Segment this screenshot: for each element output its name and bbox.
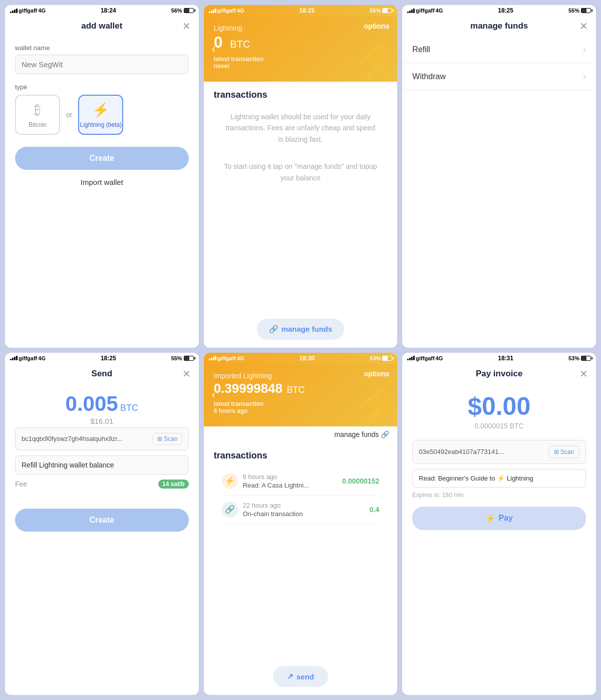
manage-funds-label-5: manage funds	[335, 430, 379, 438]
tx-amount-0: 0.00000152	[342, 477, 379, 485]
wallet-name-label: wallet name	[15, 44, 189, 52]
tx-time-1: 22 hours ago	[243, 502, 365, 509]
type-label: type	[15, 83, 189, 91]
carrier-4: giffgaff	[19, 355, 37, 361]
manage-funds-screen: giffgaff 4G 18:25 55% manage funds ✕ Ref…	[402, 5, 596, 348]
tx-chain-icon-1: 🔗	[222, 502, 238, 518]
refill-menu-item[interactable]: Refill ›	[402, 36, 596, 63]
send-amount-fiat: $16.01	[15, 417, 189, 425]
manage-funds-content: Refill › Withdraw ›	[402, 36, 596, 348]
wallet-type-2: Lightning	[214, 24, 388, 32]
battery-icon-1	[184, 8, 194, 13]
options-button-5[interactable]: options	[364, 370, 390, 378]
back-button-2[interactable]: ‹	[212, 43, 215, 56]
status-bar-2: giffgaff 4G 18:25 55%	[204, 5, 398, 16]
carrier-5: giffgaff	[217, 355, 236, 361]
wallet-header-5: ‹ options Imported Lightning 0.39999848 …	[204, 364, 398, 426]
tx-time-0: 6 hours ago	[243, 473, 338, 481]
status-left-2: giffgaff 4G	[209, 8, 244, 14]
manage-funds-link-5[interactable]: manage funds 🔗	[335, 430, 390, 438]
tx-item-1[interactable]: 🔗 22 hours ago On-chain transaction 0.4	[222, 496, 380, 524]
manage-funds-close-button[interactable]: ✕	[579, 20, 588, 32]
empty-text-1: Lightning wallet should be used for your…	[214, 106, 388, 150]
tx-info-0: 6 hours ago Read: A Casa Lightni...	[243, 473, 338, 489]
lightning-funded-screen: giffgaff 4G 18:30 53% ‹ options Imported…	[204, 353, 398, 695]
type-options: ₿ Bitcoin or ⚡ Lightning (beta)	[15, 95, 189, 135]
network-3: 4G	[436, 8, 443, 14]
network-5: 4G	[237, 355, 244, 361]
pay-invoice-content: $0.00 0.0000015 BTC 03e50492eab4107a7731…	[402, 384, 596, 695]
bitcoin-icon: ₿	[34, 102, 41, 118]
lightning-label: Lightning (beta)	[80, 121, 122, 128]
manage-funds-title: manage funds	[470, 21, 528, 31]
bitcoin-type-card[interactable]: ₿ Bitcoin	[15, 95, 60, 135]
battery-pct-4: 55%	[171, 355, 182, 361]
withdraw-label: Withdraw	[412, 72, 446, 81]
battery-icon-3	[581, 8, 591, 13]
scan-button[interactable]: ⊞ Scan	[153, 433, 182, 445]
invoice-scan-button[interactable]: ⊞ Scan	[548, 445, 579, 458]
manage-funds-row-5: manage funds 🔗	[204, 426, 398, 442]
carrier-6: giffgaff	[416, 355, 434, 361]
status-left-5: giffgaff 4G	[209, 355, 244, 361]
battery-pct-1: 56%	[171, 8, 182, 14]
add-wallet-header: add wallet ✕	[5, 16, 199, 36]
add-wallet-title: add wallet	[81, 21, 122, 31]
pay-invoice-close-button[interactable]: ✕	[579, 368, 588, 380]
send-button-5[interactable]: ↗ send	[273, 666, 328, 687]
send-create-button[interactable]: Create	[15, 509, 189, 532]
battery-pct-5: 53%	[370, 355, 381, 361]
create-wallet-button[interactable]: Create	[15, 147, 189, 170]
network-1: 4G	[38, 8, 46, 14]
balance-unit-5: BTC	[286, 385, 305, 395]
status-bar-1: giffgaff 4G 18:24 56%	[5, 5, 199, 16]
tx-name-1: On-chain transaction	[243, 510, 365, 518]
manage-funds-label-2: manage funds	[281, 325, 333, 333]
network-6: 4G	[436, 355, 443, 361]
carrier-1: giffgaff	[19, 8, 37, 14]
pay-amount-btc: 0.0000015 BTC	[412, 422, 586, 430]
lightning-empty-screen: giffgaff 4G 18:25 55% ‹ options Lightnin…	[204, 5, 398, 348]
status-bar-6: giffgaff 4G 18:31 53%	[402, 353, 596, 364]
invoice-address-text: 03e50492eab4107a773141...	[419, 448, 545, 455]
watermark-5: ⚡	[345, 381, 397, 426]
withdraw-menu-item[interactable]: Withdraw ›	[402, 63, 596, 90]
status-left-6: giffgaff 4G	[407, 355, 443, 361]
status-right-6: 53%	[568, 355, 591, 361]
manage-funds-header: manage funds ✕	[402, 16, 596, 36]
send-title: Send	[92, 369, 113, 379]
add-wallet-content: wallet name type ₿ Bitcoin or ⚡ Lightnin…	[5, 36, 199, 348]
tx-info-1: 22 hours ago On-chain transaction	[243, 502, 365, 518]
back-button-5[interactable]: ‹	[212, 388, 215, 401]
send-close-button[interactable]: ✕	[182, 368, 191, 380]
tx-item-0[interactable]: ⚡ 6 hours ago Read: A Casa Lightni... 0.…	[222, 467, 380, 496]
import-wallet-link[interactable]: Import wallet	[15, 178, 189, 186]
time-6: 18:31	[498, 355, 513, 362]
carrier-2: giffgaff	[217, 8, 236, 14]
memo-input[interactable]	[15, 455, 189, 475]
wallet-content-5: transactions ⚡ 6 hours ago Read: A Casa …	[204, 442, 398, 658]
status-left-3: giffgaff 4G	[407, 8, 443, 14]
time-5: 18:30	[299, 355, 315, 362]
time-4: 18:25	[101, 355, 116, 362]
wallet-name-input[interactable]	[15, 55, 189, 74]
bitcoin-label: Bitcoin	[29, 121, 47, 128]
tx-list-5: ⚡ 6 hours ago Read: A Casa Lightni... 0.…	[214, 467, 388, 524]
options-button-2[interactable]: options	[364, 22, 390, 30]
tx-lightning-icon-0: ⚡	[222, 473, 238, 489]
manage-funds-button-2[interactable]: 🔗 manage funds	[257, 319, 345, 340]
balance-value-5: 0.39999848	[214, 381, 282, 396]
add-wallet-close-button[interactable]: ✕	[182, 20, 191, 32]
wallet-content-2: transactions Lightning wallet should be …	[204, 82, 398, 311]
signal-icon-2	[209, 9, 216, 13]
lightning-type-card[interactable]: ⚡ Lightning (beta)	[78, 95, 123, 135]
fee-row: Fee 14 sat/b	[15, 480, 189, 489]
status-bar-3: giffgaff 4G 18:25 55%	[402, 5, 596, 16]
status-right-5: 53%	[370, 355, 392, 361]
send-amount-display: 0.005 BTC	[15, 392, 189, 416]
lightning-icon: ⚡	[92, 102, 110, 118]
carrier-3: giffgaff	[416, 8, 434, 14]
fee-badge: 14 sat/b	[158, 480, 189, 489]
pay-button[interactable]: ⚡ Pay	[412, 507, 586, 530]
status-bar-4: giffgaff 4G 18:25 55%	[5, 353, 199, 364]
